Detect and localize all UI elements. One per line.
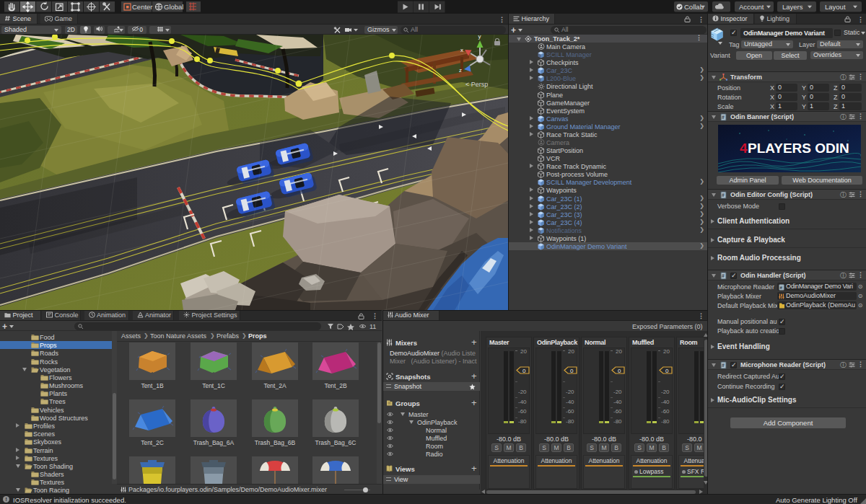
svg-text:y: y [478, 35, 481, 40]
svg-text:x: x [460, 47, 463, 53]
svg-text:4: 4 [740, 141, 748, 156]
svg-text:Account: Account [739, 3, 764, 11]
svg-text:#: # [722, 193, 725, 198]
svg-text:PLAYERS ODIN: PLAYERS ODIN [748, 141, 849, 156]
svg-text:0: 0 [665, 368, 669, 374]
svg-text:0: 0 [618, 368, 621, 374]
svg-text:z: z [459, 67, 462, 74]
svg-text:11: 11 [369, 323, 376, 330]
svg-text:Layout: Layout [825, 3, 846, 11]
svg-text:Collab: Collab [684, 3, 704, 11]
svg-text:0: 0 [570, 368, 574, 374]
svg-text:Center: Center [132, 3, 153, 11]
svg-text:Global: Global [164, 3, 183, 11]
svg-text:#: # [722, 115, 725, 120]
svg-text:< Persp: < Persp [465, 81, 488, 88]
svg-text:#: # [722, 273, 725, 278]
svg-text:Layers: Layers [782, 3, 803, 11]
svg-text:0: 0 [522, 368, 526, 374]
svg-text:#: # [722, 363, 725, 368]
